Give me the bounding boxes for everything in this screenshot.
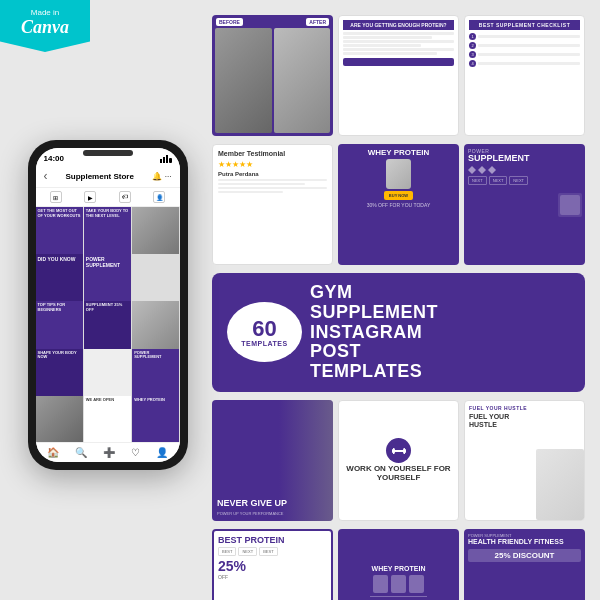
after-image bbox=[274, 28, 331, 133]
whey-code-label: USE CODE: SEPTEMBER2024 bbox=[370, 596, 427, 600]
templates-count-badge: 60 TEMPLATES bbox=[227, 302, 302, 362]
made-in-label: Made in bbox=[6, 8, 84, 17]
before-image bbox=[215, 28, 272, 133]
promo-title: GymSupplementInstagramPostTemplates bbox=[310, 283, 438, 382]
testimonial-template: Member Testimonial ★★★★★ Putra Perdana bbox=[212, 144, 333, 265]
home-icon[interactable]: 🏠 bbox=[47, 447, 59, 458]
health-title: HEALTH FRIENDLY FITNESS bbox=[468, 538, 581, 546]
promo-section: 60 TEMPLATES GymSupplementInstagramPostT… bbox=[212, 273, 585, 392]
best-protein-template: BEST PROTEIN BEST NEXT BEST 25% OFF bbox=[212, 529, 333, 600]
phone-section: 14:00 ‹ Supplement Store bbox=[15, 15, 200, 585]
add-icon[interactable]: ➕ bbox=[103, 447, 115, 458]
grid-cell-8: SUPPLEMENT 25% OFF bbox=[84, 301, 131, 348]
main-container: 14:00 ‹ Supplement Store bbox=[0, 0, 600, 600]
grid-cell-9 bbox=[132, 301, 179, 348]
phone-profile-row: ⊞ ▶ 🏷 👤 bbox=[36, 188, 180, 207]
user-icon[interactable]: 👤 bbox=[156, 447, 168, 458]
canva-label: Canva bbox=[6, 17, 84, 38]
grid-cell-14: WE ARE OPEN bbox=[84, 396, 131, 442]
phone-mockup: 14:00 ‹ Supplement Store bbox=[28, 140, 188, 470]
bell-icon: 🔔 bbox=[152, 172, 162, 181]
phone-profile-icons: ⊞ ▶ 🏷 👤 bbox=[41, 191, 175, 203]
svg-marker-5 bbox=[478, 166, 486, 174]
never-give-up-template: NEVER GIVE UP POWER UP YOUR PERFORMANCE bbox=[212, 400, 333, 521]
more-icon: ··· bbox=[165, 172, 172, 181]
grid-cell-12: POWER SUPPLEMENT bbox=[132, 349, 179, 396]
grid-cell-5: POWER SUPPLEMENT bbox=[84, 254, 131, 301]
grid-cell-10: SHAPE YOUR BODY NOW bbox=[36, 349, 83, 396]
after-label: AFTER bbox=[306, 18, 329, 26]
middle-templates-grid: Member Testimonial ★★★★★ Putra Perdana W… bbox=[212, 144, 585, 265]
tag-icon[interactable]: 🏷 bbox=[119, 191, 131, 203]
svg-rect-2 bbox=[166, 155, 168, 163]
phone-nav-bar: ‹ Supplement Store 🔔 ··· bbox=[36, 165, 180, 188]
search-bottom-icon[interactable]: 🔍 bbox=[75, 447, 87, 458]
whey-protein-template: WHEY PROTEIN BUY NOW 30% OFF FOR YOU TOD… bbox=[338, 144, 459, 265]
dumbbell-icon bbox=[386, 438, 411, 463]
top-templates-grid: BEFORE AFTER ARE YOU GETTING ENOUGH PROT… bbox=[212, 15, 585, 136]
testimonial-stars: ★★★★★ bbox=[218, 160, 327, 169]
svg-rect-0 bbox=[160, 159, 162, 163]
templates-number: 60 bbox=[252, 318, 276, 340]
phone-bottom-nav: 🏠 🔍 ➕ ♡ 👤 bbox=[36, 442, 180, 462]
play-icon[interactable]: ▶ bbox=[84, 191, 96, 203]
templates-label: TEMPLATES bbox=[241, 340, 287, 347]
phone-screen: 14:00 ‹ Supplement Store bbox=[36, 148, 180, 462]
grid-cell-6 bbox=[132, 254, 179, 301]
phone-nav-icons: 🔔 ··· bbox=[152, 172, 172, 181]
checklist-item-3: 3 bbox=[469, 51, 580, 58]
testimonial-name: Putra Perdana bbox=[218, 171, 327, 177]
work-on-template: WORK ON YOURSELF FOR YOURSELF bbox=[338, 400, 459, 521]
power-nav: NEXT NEXT NEXT bbox=[468, 176, 581, 185]
fuel-bg-image bbox=[536, 449, 584, 520]
grid-cell-11 bbox=[84, 349, 131, 396]
best-protein-title: BEST PROTEIN bbox=[218, 535, 327, 545]
whey-code-template: WHEY PROTEIN USE CODE: SEPTEMBER2024 40%… bbox=[338, 529, 459, 600]
svg-rect-9 bbox=[394, 450, 404, 452]
fuel-hustle-template: FUEL YOUR HUSTLE FUEL YOURHUSTLE bbox=[464, 400, 585, 521]
grid-cell-2: TAKE YOUR BODY TO THE NEXT LEVEL bbox=[84, 207, 131, 254]
ngu-sub: POWER UP YOUR PERFORMANCE bbox=[217, 511, 328, 516]
phone-store-name: Supplement Store bbox=[52, 172, 148, 181]
phone-notch bbox=[83, 150, 133, 156]
grid-cell-15: WHEY PROTEIN bbox=[132, 396, 179, 442]
best-protein-discount: 25% bbox=[218, 558, 327, 574]
svg-marker-4 bbox=[468, 166, 476, 174]
grid-cell-4: DID YOU KNOW bbox=[36, 254, 83, 301]
phone-grid: GET THE MOST OUT OF YOUR WORKOUTS TAKE Y… bbox=[36, 207, 180, 442]
before-after-template: BEFORE AFTER bbox=[212, 15, 333, 136]
whey-discount: 30% OFF FOR YOU TODAY bbox=[367, 202, 431, 208]
checklist-item-1: 1 bbox=[469, 33, 580, 40]
work-on-title: WORK ON YOURSELF FOR YOURSELF bbox=[344, 465, 453, 483]
bottom-row2-grid: BEST PROTEIN BEST NEXT BEST 25% OFF WHEY… bbox=[212, 529, 585, 600]
checklist-template: BEST SUPPLEMENT CHECKLIST 1 2 3 4 bbox=[464, 15, 585, 136]
whey-code-title: WHEY PROTEIN bbox=[372, 565, 426, 572]
whey-buy-btn[interactable]: BUY NOW bbox=[384, 191, 413, 200]
phone-back-button[interactable]: ‹ bbox=[44, 169, 48, 183]
power-title: SUPPLEMENT bbox=[468, 154, 581, 164]
svg-rect-10 bbox=[393, 448, 395, 454]
heart-icon[interactable]: ♡ bbox=[131, 447, 140, 458]
profile-icon[interactable]: 👤 bbox=[153, 191, 165, 203]
health-discount: 25% DISCOUNT bbox=[468, 549, 581, 562]
checklist-item-4: 4 bbox=[469, 60, 580, 67]
grid-cell-3 bbox=[132, 207, 179, 254]
power-supplement-template: POWER SUPPLEMENT NEXT NEXT NEXT bbox=[464, 144, 585, 265]
grid-icon[interactable]: ⊞ bbox=[50, 191, 62, 203]
right-section: BEFORE AFTER ARE YOU GETTING ENOUGH PROT… bbox=[212, 15, 585, 585]
whey-title: WHEY PROTEIN bbox=[368, 148, 430, 157]
health-fitness-template: POWER SUPPLEMENT HEALTH FRIENDLY FITNESS… bbox=[464, 529, 585, 600]
ngu-title: NEVER GIVE UP bbox=[217, 499, 328, 509]
checklist-item-2: 2 bbox=[469, 42, 580, 49]
canva-badge: Made in Canva bbox=[0, 0, 90, 90]
whey-image bbox=[386, 159, 411, 189]
fuel-header: FUEL YOUR HUSTLE bbox=[469, 405, 580, 411]
before-label: BEFORE bbox=[216, 18, 243, 26]
svg-rect-3 bbox=[169, 158, 172, 163]
testimonial-title: Member Testimonial bbox=[218, 150, 327, 157]
best-protein-disc-label: OFF bbox=[218, 574, 327, 580]
svg-rect-11 bbox=[403, 448, 405, 454]
svg-marker-6 bbox=[488, 166, 496, 174]
grid-cell-13 bbox=[36, 396, 83, 442]
checklist-header: BEST SUPPLEMENT CHECKLIST bbox=[469, 20, 580, 30]
